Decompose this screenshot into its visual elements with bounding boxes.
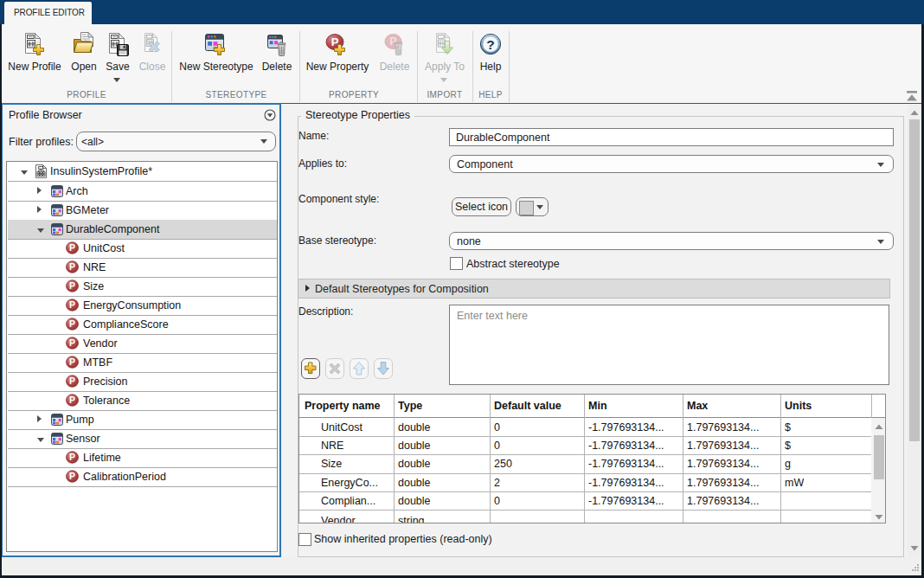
svg-text:?: ? bbox=[486, 37, 494, 52]
